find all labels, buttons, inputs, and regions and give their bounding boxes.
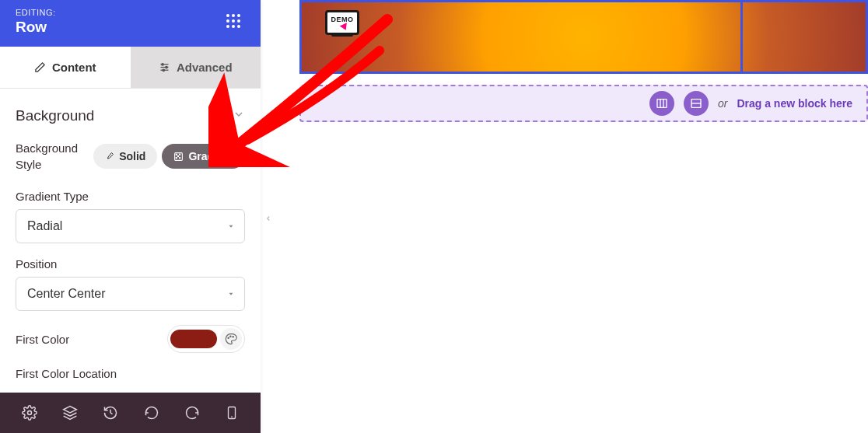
sliders-icon: [159, 61, 170, 73]
background-style-toggle: Solid Gradient: [93, 144, 245, 169]
svg-point-17: [28, 411, 32, 415]
panel: Background Background Style Solid Gradie…: [0, 89, 261, 393]
svg-point-4: [166, 66, 168, 68]
gradient-button[interactable]: Gradient: [162, 144, 245, 169]
columns-button[interactable]: [649, 91, 674, 116]
tabs: Content Advanced: [0, 47, 261, 89]
demo-badge: DEMO: [325, 10, 359, 35]
svg-rect-9: [177, 155, 179, 156]
svg-rect-11: [179, 157, 180, 159]
tab-advanced-label: Advanced: [177, 61, 233, 74]
svg-rect-10: [176, 157, 177, 159]
position-label: Position: [16, 257, 245, 271]
eyedropper-icon: [105, 152, 114, 161]
first-color-row: First Color: [16, 325, 245, 353]
gradient-type-value: Radial: [27, 219, 62, 233]
svg-marker-12: [229, 225, 233, 228]
background-style-row: Background Style Solid Gradient: [16, 140, 245, 173]
svg-point-3: [162, 64, 164, 66]
canvas: DEMO or Drag a new block here: [299, 0, 868, 122]
position-group: Position Center Center: [16, 257, 245, 311]
first-color-location-label: First Color Location: [16, 367, 245, 380]
bottom-bar: [0, 393, 261, 433]
editing-label: EDITING:: [16, 8, 245, 17]
section-header[interactable]: Background: [16, 89, 245, 140]
gradient-type-group: Gradient Type Radial: [16, 190, 245, 243]
svg-point-5: [163, 69, 165, 72]
row-preview[interactable]: DEMO: [299, 0, 868, 74]
drop-text: Drag a new block here: [737, 97, 852, 110]
drag-grid-icon[interactable]: [226, 14, 240, 28]
tab-content[interactable]: Content: [0, 47, 131, 88]
settings-icon[interactable]: [22, 405, 37, 421]
background-section-title: Background: [16, 107, 94, 124]
collapse-sidebar-button[interactable]: [261, 210, 275, 227]
cursor-icon: [340, 23, 349, 31]
redo-icon[interactable]: [184, 405, 200, 421]
svg-rect-23: [657, 100, 667, 108]
first-color-swatch[interactable]: [170, 330, 217, 348]
caret-down-icon: [227, 287, 235, 301]
color-picker-button[interactable]: [220, 328, 242, 350]
tab-content-label: Content: [52, 61, 96, 74]
svg-point-16: [233, 337, 233, 337]
editing-title: Row: [16, 19, 245, 36]
palette-icon: [225, 333, 237, 345]
chevron-down-icon[interactable]: [233, 108, 245, 124]
gradient-type-label: Gradient Type: [16, 190, 245, 203]
undo-icon[interactable]: [144, 405, 159, 421]
svg-marker-18: [64, 407, 77, 413]
svg-marker-13: [229, 293, 233, 295]
background-style-label: Background Style: [16, 140, 78, 173]
first-color-widget: [167, 325, 245, 353]
first-color-label: First Color: [16, 333, 69, 346]
row-button[interactable]: [684, 91, 709, 116]
svg-rect-8: [179, 153, 180, 155]
sidebar: EDITING: Row Content Advanced Background: [0, 0, 261, 433]
pencil-icon: [34, 61, 46, 73]
svg-point-15: [230, 336, 231, 337]
gradient-icon: [173, 152, 184, 162]
demo-badge-label: DEMO: [331, 16, 354, 23]
svg-point-14: [228, 337, 229, 338]
drop-or: or: [718, 97, 727, 110]
tab-advanced[interactable]: Advanced: [131, 47, 261, 88]
row-icon: [690, 97, 702, 110]
solid-button[interactable]: Solid: [93, 144, 157, 169]
position-value: Center Center: [27, 287, 106, 301]
mobile-icon[interactable]: [225, 405, 239, 421]
svg-rect-7: [176, 153, 177, 155]
gradient-type-select[interactable]: Radial: [16, 209, 245, 243]
svg-line-20: [110, 413, 113, 414]
drop-bar[interactable]: or Drag a new block here: [299, 85, 868, 122]
history-icon[interactable]: [103, 405, 118, 421]
editor-header: EDITING: Row: [0, 0, 261, 47]
position-select[interactable]: Center Center: [16, 277, 245, 311]
columns-icon: [656, 97, 668, 110]
layers-icon[interactable]: [62, 405, 78, 421]
caret-down-icon: [227, 219, 235, 233]
